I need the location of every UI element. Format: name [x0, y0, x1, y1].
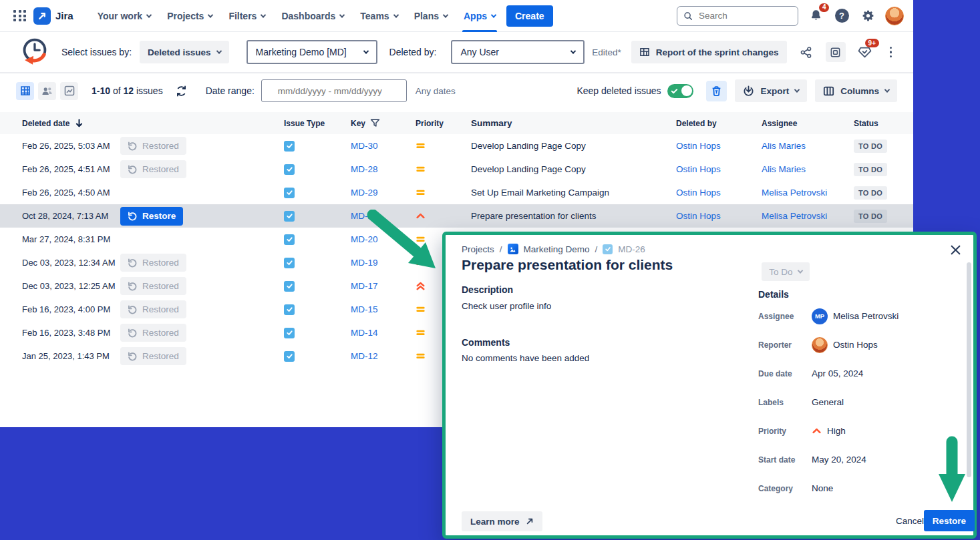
nav-item-filters[interactable]: Filters: [222, 0, 272, 32]
breadcrumb-projects-link[interactable]: Projects: [462, 244, 494, 254]
header-priority[interactable]: Priority: [416, 119, 471, 128]
search-input[interactable]: [677, 6, 798, 26]
issue-key-link[interactable]: MD-19: [351, 258, 378, 268]
summary-cell: Prepare presentation for clients: [471, 211, 676, 221]
premium-gem-icon[interactable]: 9+: [856, 43, 874, 61]
restore-row-button[interactable]: Restore: [120, 207, 183, 226]
nav-item-your-work[interactable]: Your work: [91, 0, 158, 32]
app-switcher-icon[interactable]: [13, 10, 27, 21]
nav-item-dashboards[interactable]: Dashboards: [275, 0, 351, 32]
chevron-down-icon: [491, 12, 496, 17]
action-cell: Restored: [120, 300, 284, 318]
notifications-bell-icon[interactable]: 4: [807, 7, 824, 25]
header-deleted-date[interactable]: Deleted date: [22, 118, 284, 128]
list-toolbar: 1-10 of 12 issues Date range: Any dates …: [0, 73, 913, 108]
deleted-by-link[interactable]: Ostin Hops: [676, 141, 721, 151]
issue-type-cell: [284, 234, 351, 245]
deleted-by-link[interactable]: Ostin Hops: [676, 211, 721, 221]
header-summary[interactable]: Summary: [471, 118, 676, 128]
header-assignee[interactable]: Assignee: [762, 119, 854, 128]
table-row[interactable]: Feb 26, 2025, 4:51 AM Restored MD-28 Dev…: [0, 158, 913, 181]
header-key[interactable]: Key: [351, 118, 416, 128]
user-avatar[interactable]: [885, 7, 904, 25]
table-view-toggle[interactable]: [16, 82, 34, 100]
chart-view-toggle[interactable]: [60, 82, 78, 100]
action-cell: Restored: [120, 347, 284, 365]
restore-button[interactable]: Restore: [924, 510, 975, 531]
columns-button[interactable]: Columns: [815, 79, 897, 102]
issue-key-link[interactable]: MD-17: [351, 281, 378, 291]
chevron-down-icon: [393, 12, 398, 17]
status-cell: TO DO: [854, 163, 913, 176]
header-issue-type[interactable]: Issue Type: [284, 119, 351, 128]
issue-key-link[interactable]: MD-28: [351, 164, 378, 174]
table-row[interactable]: Oct 28, 2024, 7:13 AM Restore MD-26 Prep…: [0, 204, 913, 228]
more-options-kebab-icon[interactable]: [884, 44, 898, 61]
report-sprint-changes-button[interactable]: Report of the sprint changes: [631, 41, 787, 63]
export-button[interactable]: Export: [735, 79, 807, 102]
keep-deleted-toggle[interactable]: [667, 84, 693, 98]
help-icon[interactable]: ?: [833, 7, 850, 25]
deleted-date-cell: Jan 25, 2023, 1:43 PM: [22, 351, 120, 361]
close-icon[interactable]: [947, 241, 964, 258]
table-row[interactable]: Feb 26, 2025, 5:03 AM Restored MD-30 Dev…: [0, 134, 913, 158]
restore-icon: [128, 305, 137, 314]
share-icon[interactable]: [797, 43, 816, 61]
issue-key-link[interactable]: MD-29: [351, 188, 378, 198]
assignee-link[interactable]: Alis Maries: [762, 141, 806, 151]
table-header-row: Deleted date Issue Type Key Priority Sum…: [0, 112, 913, 134]
status-dropdown-disabled[interactable]: To Do: [762, 262, 810, 281]
templates-icon[interactable]: [826, 42, 846, 62]
deleted-by-link[interactable]: Ostin Hops: [676, 188, 721, 198]
details-fields: Assignee MPMelisa Petrovski Reporter Ost…: [758, 302, 959, 503]
assignee-link[interactable]: Melisa Petrovski: [762, 211, 827, 221]
issue-key-link[interactable]: MD-20: [351, 234, 378, 244]
issue-key-link[interactable]: MD-12: [351, 351, 378, 361]
search-icon: [683, 11, 693, 21]
nav-item-plans[interactable]: Plans: [407, 0, 454, 32]
nav-item-projects[interactable]: Projects: [160, 0, 219, 32]
any-dates-label: Any dates: [416, 86, 456, 96]
chart-icon: [64, 85, 75, 96]
breadcrumb-project-link[interactable]: Marketing Demo: [524, 244, 590, 254]
filter-funnel-icon[interactable]: [370, 118, 380, 128]
issue-key-link[interactable]: MD-14: [351, 328, 378, 338]
settings-gear-icon[interactable]: [859, 7, 876, 25]
table-row[interactable]: Feb 26, 2025, 4:50 AM MD-29 Set Up Email…: [0, 181, 913, 204]
learn-more-button[interactable]: Learn more: [462, 511, 542, 531]
issue-key-link[interactable]: MD-30: [351, 141, 378, 151]
nav-item-teams[interactable]: Teams: [353, 0, 404, 32]
users-icon: [41, 86, 53, 96]
assignee-link[interactable]: Alis Maries: [762, 164, 806, 174]
date-range-input[interactable]: [261, 79, 407, 102]
jira-logo-icon[interactable]: [33, 7, 51, 25]
grid-view-icon: [20, 85, 31, 96]
key-cell: MD-26: [351, 211, 416, 221]
deleted-by-link[interactable]: Ostin Hops: [676, 164, 721, 174]
edited-indicator: Edited*: [592, 47, 621, 57]
project-filter-dropdown[interactable]: Marketing Demo [MD]: [247, 40, 377, 64]
issue-filter-dropdown[interactable]: Deleted issues: [140, 41, 229, 63]
cancel-button[interactable]: Cancel: [896, 516, 924, 526]
users-view-toggle[interactable]: [38, 82, 56, 100]
keep-deleted-issues-label: Keep deleted issues: [577, 85, 661, 96]
main-nav: Your workProjectsFiltersDashboardsTeamsP…: [91, 0, 502, 32]
empty-trash-button[interactable]: [706, 81, 727, 101]
assignee-link[interactable]: Melisa Petrovski: [762, 188, 827, 198]
refresh-icon[interactable]: [172, 81, 191, 100]
nav-item-apps[interactable]: Apps: [457, 0, 502, 32]
priority-medium-icon: [416, 351, 426, 361]
key-cell: MD-28: [351, 164, 416, 174]
field-value: High: [812, 426, 846, 436]
header-status[interactable]: Status: [854, 119, 913, 128]
issue-key-link[interactable]: MD-15: [351, 304, 378, 314]
create-button[interactable]: Create: [506, 5, 553, 27]
check-icon: [671, 87, 678, 95]
panel-scrollbar[interactable]: [967, 262, 971, 477]
task-type-icon: [284, 258, 295, 268]
task-type-icon: [284, 281, 295, 292]
issue-key-link[interactable]: MD-26: [351, 211, 378, 221]
deleted-by-user-dropdown[interactable]: Any User: [451, 40, 585, 64]
priority-medium-icon: [416, 234, 426, 244]
header-deleted-by[interactable]: Deleted by: [676, 119, 762, 128]
